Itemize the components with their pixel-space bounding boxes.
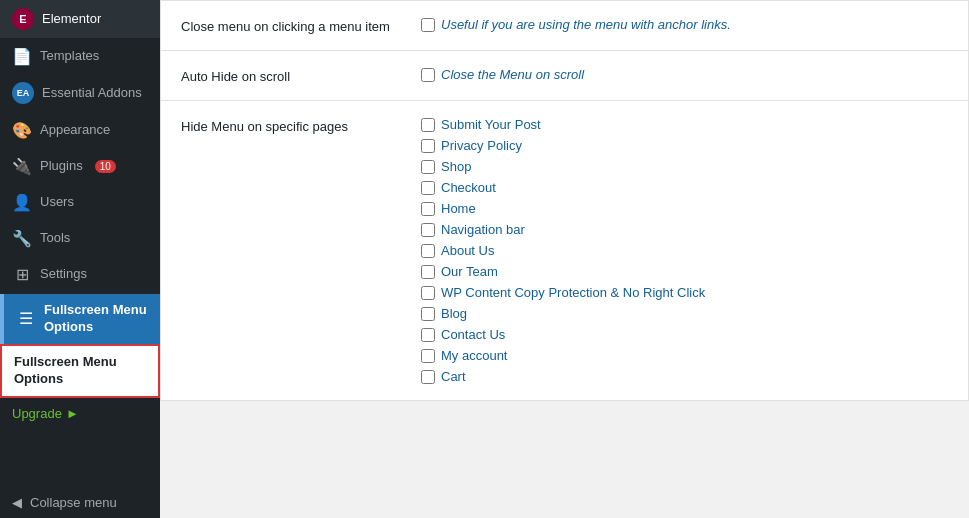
hide-menu-page-row: About Us	[421, 243, 948, 258]
hide-menu-page-label-0: Submit Your Post	[441, 117, 541, 132]
main-content: Close menu on clicking a menu item Usefu…	[160, 0, 969, 518]
hide-menu-page-row: WP Content Copy Protection & No Right Cl…	[421, 285, 948, 300]
hide-menu-page-label-6: About Us	[441, 243, 494, 258]
sidebar-item-label: Settings	[40, 266, 87, 283]
hide-menu-page-label-3: Checkout	[441, 180, 496, 195]
close-menu-checkbox-row: Useful if you are using the menu with an…	[421, 17, 948, 32]
essential-addons-icon: EA	[12, 82, 34, 104]
hide-menu-page-label-5: Navigation bar	[441, 222, 525, 237]
close-menu-label: Close menu on clicking a menu item	[181, 17, 401, 34]
collapse-icon: ◀	[12, 495, 22, 510]
sidebar-fullscreen-active-label: Fullscreen Menu Options	[44, 302, 148, 336]
close-menu-hint: Useful if you are using the menu with an…	[441, 17, 731, 32]
auto-hide-hint: Close the Menu on scroll	[441, 67, 584, 82]
plugins-badge: 10	[95, 160, 116, 173]
hide-menu-page-row: Submit Your Post	[421, 117, 948, 132]
users-icon: 👤	[12, 192, 32, 212]
sidebar-item-label: Users	[40, 194, 74, 211]
sidebar-item-label: Templates	[40, 48, 99, 65]
settings-row-hide-menu: Hide Menu on specific pages Submit Your …	[161, 101, 968, 400]
plugins-icon: 🔌	[12, 156, 32, 176]
hide-menu-page-label-7: Our Team	[441, 264, 498, 279]
elementor-icon: E	[12, 8, 34, 30]
sidebar-item-elementor[interactable]: E Elementor	[0, 0, 160, 38]
hide-menu-page-row: Shop	[421, 159, 948, 174]
tools-icon: 🔧	[12, 228, 32, 248]
sidebar-item-settings[interactable]: ⊞ Settings	[0, 256, 160, 292]
sidebar-item-appearance[interactable]: 🎨 Appearance	[0, 112, 160, 148]
settings-icon: ⊞	[12, 264, 32, 284]
hide-menu-page-row: My account	[421, 348, 948, 363]
settings-section: Close menu on clicking a menu item Usefu…	[160, 0, 969, 401]
sidebar: E Elementor 📄 Templates EA Essential Add…	[0, 0, 160, 518]
auto-hide-checkbox[interactable]	[421, 68, 435, 82]
sidebar-item-plugins[interactable]: 🔌 Plugins 10	[0, 148, 160, 184]
settings-row-close-menu: Close menu on clicking a menu item Usefu…	[161, 1, 968, 51]
sidebar-item-users[interactable]: 👤 Users	[0, 184, 160, 220]
sidebar-item-essential-addons[interactable]: EA Essential Addons	[0, 74, 160, 112]
sidebar-upgrade-button[interactable]: Upgrade ►	[0, 398, 160, 429]
hide-menu-page-row: Our Team	[421, 264, 948, 279]
hide-menu-page-checkbox-6[interactable]	[421, 244, 435, 258]
upgrade-label: Upgrade	[12, 406, 62, 421]
hide-menu-page-row: Blog	[421, 306, 948, 321]
hide-menu-page-checkbox-8[interactable]	[421, 286, 435, 300]
sidebar-item-fullscreen-submenu[interactable]: Fullscreen Menu Options	[0, 344, 160, 398]
hide-menu-page-label-4: Home	[441, 201, 476, 216]
sidebar-item-label: Appearance	[40, 122, 110, 139]
settings-row-auto-hide: Auto Hide on scroll Close the Menu on sc…	[161, 51, 968, 101]
sidebar-fullscreen-submenu-label: Fullscreen Menu Options	[14, 354, 146, 388]
hide-menu-page-checkbox-7[interactable]	[421, 265, 435, 279]
close-menu-control: Useful if you are using the menu with an…	[421, 17, 948, 32]
close-menu-checkbox[interactable]	[421, 18, 435, 32]
collapse-label: Collapse menu	[30, 495, 117, 510]
hide-menu-page-checkbox-9[interactable]	[421, 307, 435, 321]
sidebar-item-tools[interactable]: 🔧 Tools	[0, 220, 160, 256]
sidebar-item-label: Essential Addons	[42, 85, 142, 102]
hide-menu-page-row: Checkout	[421, 180, 948, 195]
auto-hide-checkbox-row: Close the Menu on scroll	[421, 67, 948, 82]
hide-menu-page-checkbox-12[interactable]	[421, 370, 435, 384]
sidebar-item-templates[interactable]: 📄 Templates	[0, 38, 160, 74]
fullscreen-icon: ☰	[16, 309, 36, 329]
hide-menu-page-checkbox-0[interactable]	[421, 118, 435, 132]
hide-menu-page-label-2: Shop	[441, 159, 471, 174]
hide-menu-page-label-10: Contact Us	[441, 327, 505, 342]
hide-menu-page-label-11: My account	[441, 348, 507, 363]
hide-menu-page-checkbox-2[interactable]	[421, 160, 435, 174]
hide-menu-page-row: Navigation bar	[421, 222, 948, 237]
hide-menu-page-label-8: WP Content Copy Protection & No Right Cl…	[441, 285, 705, 300]
auto-hide-control: Close the Menu on scroll	[421, 67, 948, 82]
hide-menu-page-row: Privacy Policy	[421, 138, 948, 153]
arrow-right-icon	[154, 313, 160, 325]
appearance-icon: 🎨	[12, 120, 32, 140]
hide-menu-page-checkbox-11[interactable]	[421, 349, 435, 363]
auto-hide-label: Auto Hide on scroll	[181, 67, 401, 84]
sidebar-item-label: Plugins	[40, 158, 83, 175]
upgrade-arrow-icon: ►	[66, 406, 79, 421]
sidebar-item-label: Tools	[40, 230, 70, 247]
hide-menu-page-label-9: Blog	[441, 306, 467, 321]
hide-menu-page-checkbox-5[interactable]	[421, 223, 435, 237]
hide-menu-page-checkbox-4[interactable]	[421, 202, 435, 216]
hide-menu-page-label-1: Privacy Policy	[441, 138, 522, 153]
hide-menu-page-checkbox-3[interactable]	[421, 181, 435, 195]
hide-menu-page-checkbox-10[interactable]	[421, 328, 435, 342]
hide-menu-page-row: Contact Us	[421, 327, 948, 342]
hide-menu-page-label-12: Cart	[441, 369, 466, 384]
hide-menu-label: Hide Menu on specific pages	[181, 117, 401, 134]
hide-menu-page-checkbox-1[interactable]	[421, 139, 435, 153]
sidebar-item-label: Elementor	[42, 11, 101, 28]
hide-menu-page-row: Home	[421, 201, 948, 216]
hide-menu-control: Submit Your PostPrivacy PolicyShopChecko…	[421, 117, 948, 384]
sidebar-collapse-button[interactable]: ◀ Collapse menu	[0, 487, 160, 518]
templates-icon: 📄	[12, 46, 32, 66]
hide-menu-page-row: Cart	[421, 369, 948, 384]
sidebar-item-fullscreen-active[interactable]: ☰ Fullscreen Menu Options	[0, 294, 160, 344]
